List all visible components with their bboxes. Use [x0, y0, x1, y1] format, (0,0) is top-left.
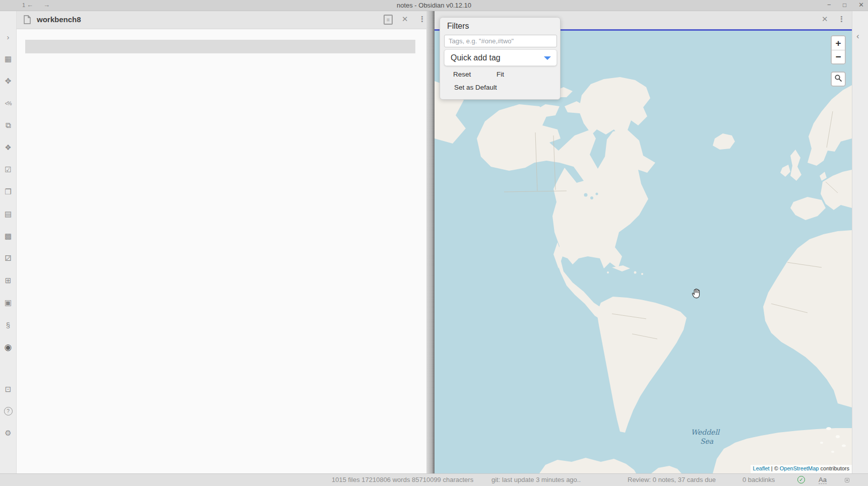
templater-icon[interactable]: <% — [4, 99, 13, 108]
sea-label-sea: Sea — [700, 437, 714, 445]
note-file-icon — [24, 15, 31, 26]
contributors-text: contributors — [821, 465, 849, 471]
right-sidebar-collapsed: ‹ — [852, 11, 868, 473]
table-icon[interactable]: ▦ — [4, 54, 13, 63]
map-pane-menu-icon[interactable]: ⋮ — [838, 15, 845, 24]
flashcards-icon[interactable]: ▤ — [4, 210, 13, 219]
copyright-symbol: © — [774, 465, 778, 471]
pane-divider[interactable] — [426, 11, 435, 473]
close-map-pane-icon[interactable]: ✕ — [822, 15, 828, 24]
word-count-status: 1015 files 17210806 words 85710099 chara… — [332, 476, 473, 483]
map-search-button[interactable] — [831, 72, 846, 87]
settings-icon[interactable]: ⚙ — [4, 429, 13, 438]
sync-check-icon: ✓ — [797, 476, 805, 483]
backlinks-status: 0 backlinks — [742, 476, 775, 483]
ribbon-strap-icon[interactable]: § — [4, 320, 13, 329]
duplicate-note-icon[interactable]: ❐ — [4, 187, 13, 196]
zoom-out-button[interactable]: − — [832, 50, 845, 63]
left-ribbon: › ▦ ✥ <% ⧉ ❖ ☑ ❐ ▤ ▩ ⚂ ⊞ ▣ § ◉ ⊡ ? ⚙ — [0, 11, 17, 473]
pane-title: workbench8 — [37, 15, 81, 24]
zoom-in-button[interactable]: + — [832, 36, 845, 50]
presentation-icon[interactable]: ⊡ — [4, 385, 13, 394]
quick-add-tag-select[interactable]: Quick add tag — [444, 49, 557, 66]
close-pane-icon[interactable]: ✕ — [402, 15, 408, 24]
git-status: git: last update 3 minutes ago.. — [491, 476, 581, 483]
attribution-separator: | — [771, 465, 773, 471]
workbench-pane: workbench8 ≡ ✕ ⋮ — [17, 11, 426, 473]
leaflet-link[interactable]: Leaflet — [753, 465, 770, 471]
calendar-check-icon[interactable]: ☑ — [4, 165, 13, 174]
pane-menu-icon[interactable]: ⋮ — [418, 15, 426, 24]
collapse-left-chevron-icon[interactable]: ‹ — [856, 31, 859, 41]
slides-icon[interactable]: ⧉ — [4, 121, 13, 130]
map-zoom-control: + − — [831, 35, 846, 64]
tags-filter-input[interactable] — [444, 35, 557, 47]
sea-label-weddell: Weddell — [691, 428, 720, 436]
database-icon[interactable]: ⊞ — [4, 276, 13, 285]
workbench-pane-header: workbench8 ≡ ✕ ⋮ — [17, 11, 426, 29]
minimize-button[interactable]: − — [827, 1, 831, 9]
status-mini-icon[interactable] — [845, 478, 849, 482]
random-note-icon[interactable]: ⚂ — [4, 254, 13, 263]
chevron-down-icon — [544, 56, 551, 60]
quick-add-tag-label: Quick add tag — [451, 53, 501, 62]
obsidian-window: 1 ← → notes - Obsidian v0.12.10 − □ ✕ › … — [0, 0, 868, 486]
help-icon[interactable]: ? — [4, 407, 13, 415]
expand-sidebar-icon[interactable]: › — [4, 32, 13, 41]
reset-button[interactable]: Reset — [453, 71, 471, 78]
map-globe-icon[interactable]: ◉ — [4, 342, 13, 352]
empty-note-line[interactable] — [25, 40, 415, 53]
filters-title: Filters — [447, 22, 469, 31]
blocks-icon[interactable]: ▩ — [4, 232, 13, 241]
set-as-default-button[interactable]: Set as Default — [454, 84, 497, 91]
maximize-button[interactable]: □ — [843, 2, 846, 9]
titlebar: 1 ← → notes - Obsidian v0.12.10 − □ ✕ — [0, 0, 868, 11]
window-title: notes - Obsidian v0.12.10 — [0, 2, 868, 9]
hand-cursor-icon — [691, 288, 703, 302]
review-status: Review: 0 notes, 37 cards due — [628, 476, 716, 483]
map-filters-panel: Filters Quick add tag Reset Fit Set as D… — [440, 17, 561, 100]
preview-mode-icon[interactable]: ≡ — [384, 15, 393, 25]
case-toggle-button[interactable]: Aa — [819, 476, 827, 484]
close-window-button[interactable]: ✕ — [858, 1, 864, 9]
status-bar: 1015 files 17210806 words 85710099 chara… — [0, 473, 868, 486]
openstreetmap-link[interactable]: OpenStreetMap — [780, 465, 819, 471]
fit-button[interactable]: Fit — [497, 71, 504, 78]
search-icon — [834, 74, 842, 84]
move-node-icon[interactable]: ✥ — [4, 77, 13, 86]
map-attribution: Leaflet | © OpenStreetMap contributors — [751, 465, 852, 473]
daily-note-icon[interactable]: ▣ — [4, 298, 13, 307]
graph-view-icon[interactable]: ❖ — [4, 143, 13, 152]
